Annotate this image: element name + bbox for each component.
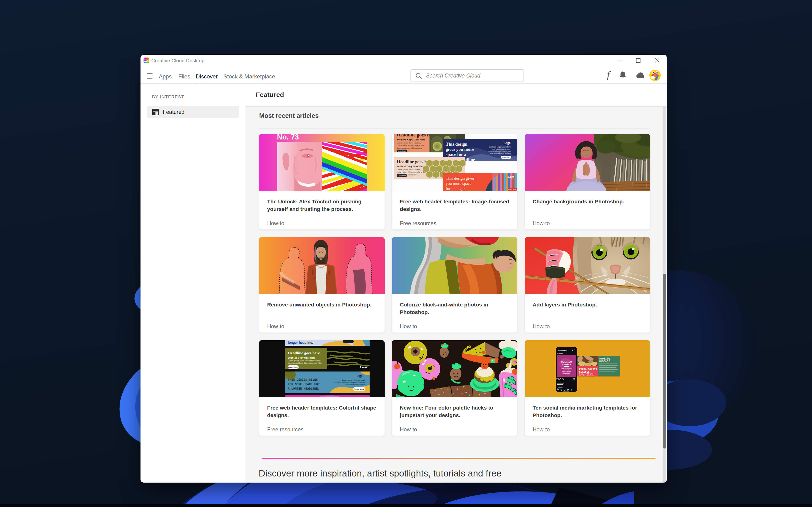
svg-text:ART EXCHANGE: ART EXCHANGE [561,368,572,370]
svg-text:consectetuer adipiscing elit,: consectetuer adipiscing elit, sed diam [334,381,365,384]
svg-text:WORKSHOPS: WORKSHOPS [562,373,571,375]
svg-text:Learn More: Learn More [398,150,406,152]
svg-text:consectetuer adipiscing elit,: consectetuer adipiscing elit, sed [488,151,510,153]
svg-text:for a longer: for a longer [446,186,465,191]
svg-text:BOTANICAL: BOTANICAL [599,358,610,360]
svg-text:Learn More: Learn More [288,366,298,368]
svg-text:No. 73: No. 73 [277,134,299,141]
svg-text:space for a: space for a [446,152,467,157]
svg-text:Lorem ipsum dolor sit amet,: Lorem ipsum dolor sit amet, [342,379,365,381]
svg-text:Lorem ipsum dolor sit amet,: Lorem ipsum dolor sit amet, [397,168,421,171]
svg-text:f: f [607,69,611,80]
svg-text:MOCKTAILS: MOCKTAILS [599,360,610,362]
svg-text:Logo: Logo [356,374,363,378]
svg-text:Lorem ipsum dolor sit etconsec: Lorem ipsum dolor sit etconsectetuer [288,359,321,362]
svg-text:Logo: Logo [503,141,510,145]
svg-text:Subhead Copy Goes Here: Subhead Copy Goes Here [397,138,425,141]
svg-text:Lorem ipsum dolor sit amet,: Lorem ipsum dolor sit amet, [397,142,421,144]
svg-text:Learn More: Learn More [508,188,516,190]
svg-text:Subhead Copy Goes Here: Subhead Copy Goes Here [489,146,510,148]
svg-text:NIGHTS: NIGHTS [562,363,571,365]
svg-text:longer headline.: longer headline. [288,341,313,344]
svg-text:gives you more: gives you more [446,147,474,152]
svg-text:nonummy nibh euismod: nonummy nibh euismod [345,384,365,386]
svg-text:PASTA MAKING: PASTA MAKING [579,368,597,371]
svg-text:This design: This design [446,142,468,147]
svg-text:adipiscing elitsed diam nonumm: adipiscing elitsed diam nonummy nibh [288,362,322,364]
svg-text:Subhead Copy Goes Here: Subhead Copy Goes Here [288,356,315,359]
svg-text:w/ Chef Beaurdie: w/ Chef Beaurdie [579,375,594,377]
svg-text:Learn More: Learn More [398,175,406,176]
svg-text:Lorem ipsum dolor sit amet,: Lorem ipsum dolor sit amet, [490,149,510,151]
svg-text:consectetuer adipiscing elit,: consectetuer adipiscing elit, sed [397,144,424,147]
svg-text:Learn More: Learn More [502,156,510,158]
svg-text:Learn More: Learn More [355,388,364,390]
svg-text:SUMMER: SUMMER [561,360,572,363]
svg-text:YOU MORE SPACE FOR: YOU MORE SPACE FOR [288,383,320,386]
svg-text:diam nonummy nibh euismod: diam nonummy nibh euismod [397,147,422,149]
svg-text:THIS DESIGN GIVES: THIS DESIGN GIVES [288,378,318,382]
svg-text:This design gives: This design gives [446,176,475,181]
svg-text:diam nonummy nibh euismod: diam nonummy nibh euismod [490,153,510,155]
svg-text:CLASSES: CLASSES [579,371,590,374]
svg-text:LIVE MUSIC: LIVE MUSIC [562,371,571,372]
svg-text:Subhead Copy Goes Here: Subhead Copy Goes Here [397,165,424,168]
svg-text:you more space: you more space [446,181,472,186]
svg-text:Instagram: Instagram [557,349,567,351]
svg-text:A LONGER HEADLINE.: A LONGER HEADLINE. [288,387,320,391]
svg-text:Logo: Logo [360,365,367,369]
svg-text:Logo: Logo [508,175,514,178]
svg-text:Headline goes here: Headline goes here [288,351,320,355]
